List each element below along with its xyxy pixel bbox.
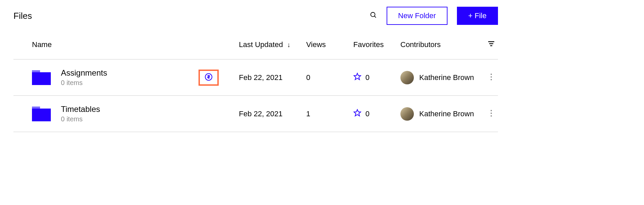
table-row[interactable]: Timetables 0 items Feb 22, 2021 1 0 Kath… bbox=[13, 96, 498, 132]
filter-icon bbox=[487, 40, 495, 50]
svg-point-8 bbox=[491, 76, 492, 78]
more-vertical-icon bbox=[490, 109, 492, 119]
favorites-value: 0 bbox=[365, 110, 369, 118]
updated-value: Feb 22, 2021 bbox=[239, 73, 306, 82]
search-icon[interactable] bbox=[370, 11, 377, 20]
svg-point-13 bbox=[491, 115, 492, 117]
table-header: Name Last Updated ↓ Views Favorites Cont… bbox=[13, 35, 498, 59]
contributor-cell: Katherine Brown bbox=[400, 107, 485, 121]
favorites-cell[interactable]: 0 bbox=[353, 73, 400, 83]
filter-button[interactable] bbox=[485, 40, 498, 50]
favorites-cell[interactable]: 0 bbox=[353, 109, 400, 119]
svg-line-1 bbox=[374, 16, 376, 18]
svg-point-7 bbox=[491, 74, 492, 75]
page-title: Files bbox=[13, 11, 32, 21]
page-header: Files New Folder + File bbox=[13, 7, 498, 35]
col-header-favorites[interactable]: Favorites bbox=[353, 40, 400, 49]
add-file-button[interactable]: + File bbox=[457, 7, 498, 25]
svg-point-12 bbox=[491, 113, 492, 114]
star-icon bbox=[353, 109, 361, 119]
svg-marker-10 bbox=[354, 110, 361, 116]
item-count: 0 items bbox=[61, 79, 107, 87]
col-header-contributors[interactable]: Contributors bbox=[400, 40, 485, 49]
table-row[interactable]: Assignments 0 items Feb 22, 2021 0 0 Kat… bbox=[13, 59, 498, 96]
folder-icon bbox=[32, 70, 51, 85]
contributor-cell: Katherine Brown bbox=[400, 71, 485, 84]
col-header-updated[interactable]: Last Updated ↓ bbox=[239, 40, 306, 49]
item-count: 0 items bbox=[61, 115, 100, 123]
col-header-name[interactable]: Name bbox=[32, 40, 239, 49]
svg-point-9 bbox=[491, 79, 492, 80]
svg-marker-6 bbox=[354, 73, 361, 80]
folder-name: Timetables bbox=[61, 105, 100, 114]
views-value: 0 bbox=[306, 73, 353, 82]
sort-down-icon: ↓ bbox=[287, 41, 290, 49]
header-actions: New Folder + File bbox=[370, 7, 498, 25]
svg-point-0 bbox=[371, 12, 375, 17]
folder-name: Assignments bbox=[61, 68, 107, 78]
favorites-value: 0 bbox=[365, 73, 369, 82]
contributor-name: Katherine Brown bbox=[419, 110, 474, 118]
star-icon bbox=[353, 73, 361, 83]
col-updated-label: Last Updated bbox=[239, 40, 283, 49]
row-menu-button[interactable] bbox=[485, 73, 498, 82]
svg-point-11 bbox=[491, 110, 492, 111]
price-badge[interactable] bbox=[199, 70, 219, 86]
updated-value: Feb 22, 2021 bbox=[239, 110, 306, 118]
views-value: 1 bbox=[306, 110, 353, 118]
row-menu-button[interactable] bbox=[485, 109, 498, 119]
col-header-views[interactable]: Views bbox=[306, 40, 353, 49]
dollar-icon bbox=[205, 73, 213, 82]
avatar bbox=[400, 71, 414, 84]
contributor-name: Katherine Brown bbox=[419, 73, 474, 82]
new-folder-button[interactable]: New Folder bbox=[387, 7, 447, 25]
more-vertical-icon bbox=[490, 73, 492, 82]
folder-icon bbox=[32, 107, 51, 121]
avatar bbox=[400, 107, 414, 121]
